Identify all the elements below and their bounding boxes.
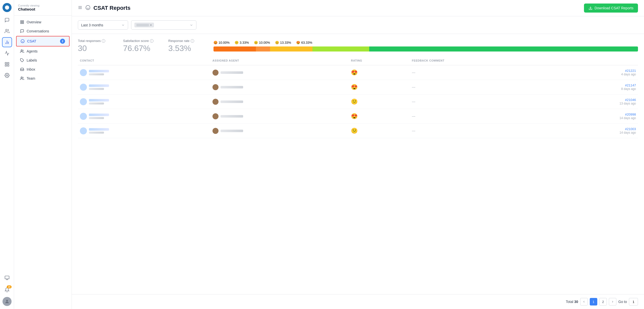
chevron-down-icon — [121, 23, 125, 27]
satisfaction-score-block: Satisfaction score i 76.67% — [123, 39, 158, 53]
contact-cell — [78, 124, 210, 138]
conversation-link-cell: #20998 14 days ago — [556, 109, 638, 124]
contacts-icon-btn[interactable] — [2, 26, 12, 36]
svg-point-9 — [6, 75, 8, 76]
feedback-cell: --- — [410, 124, 556, 138]
sidebar-item-label-labels: Labels — [27, 58, 37, 62]
sidebar-item-team[interactable]: Team — [16, 74, 70, 83]
sidebar-header: Currently viewing: Chatwoot — [14, 4, 72, 16]
integrations-icon-btn[interactable] — [2, 59, 12, 69]
conversation-link[interactable]: #21221 — [625, 69, 636, 73]
svg-point-27 — [86, 6, 90, 10]
download-button[interactable]: Download CSAT Reports — [584, 4, 638, 13]
svg-point-18 — [21, 39, 24, 43]
svg-rect-5 — [5, 63, 7, 64]
notifications-icon-btn[interactable]: 25 — [2, 285, 12, 295]
bar-segment — [369, 46, 638, 52]
response-rate-info[interactable]: i — [191, 39, 194, 43]
menu-icon[interactable] — [78, 5, 82, 11]
agent-tag-close[interactable]: × — [150, 23, 152, 27]
brand-name: Chatwoot — [18, 7, 68, 11]
sidebar-item-agents[interactable]: Agents — [16, 47, 70, 56]
settings-icon-btn[interactable] — [2, 70, 12, 80]
satisfaction-score-label: Satisfaction score i — [123, 39, 158, 43]
csat-badge: 2 — [60, 39, 65, 44]
total-label: Total 30 — [566, 300, 578, 304]
sidebar-item-labels[interactable]: Labels — [16, 56, 70, 65]
rating-label-😍: 😍 63.33% — [296, 41, 312, 44]
rating-label-😡: 😡 10.00% — [213, 41, 230, 44]
bar-segment — [312, 46, 369, 52]
device-icon-btn[interactable] — [2, 273, 12, 283]
page-2-button[interactable]: 2 — [599, 298, 607, 305]
conversation-time: 13 days ago — [620, 102, 636, 105]
svg-rect-10 — [5, 276, 9, 279]
date-range-value: Last 3 months — [81, 23, 103, 27]
conversation-link[interactable]: #20998 — [625, 113, 636, 116]
sidebar-item-label-agents: Agents — [27, 49, 38, 53]
conversation-link[interactable]: #21046 — [625, 98, 636, 102]
sidebar-item-csat[interactable]: CSAT 2 — [16, 36, 70, 46]
csat-icon — [21, 39, 25, 43]
satisfaction-score-info[interactable]: i — [150, 39, 153, 43]
conversation-time: 14 days ago — [620, 116, 636, 120]
conversation-time: 8 days ago — [621, 87, 636, 91]
conversation-time: 14 days ago — [620, 131, 636, 134]
user-avatar[interactable] — [3, 297, 12, 306]
agent-tag-text — [136, 24, 149, 26]
conversations-icon-btn[interactable] — [2, 15, 12, 25]
rating-cell: 😕 — [349, 124, 410, 138]
next-page-button[interactable] — [609, 298, 616, 305]
sidebar-item-overview[interactable]: Overview — [16, 18, 70, 26]
prev-page-button[interactable] — [580, 298, 588, 305]
icon-bar: 25 — [0, 0, 14, 309]
agent-cell — [210, 124, 349, 138]
sidebar-item-inbox[interactable]: Inbox — [16, 65, 70, 74]
currently-viewing-label: Currently viewing: — [18, 4, 68, 7]
response-rate-value: 3.53% — [168, 44, 203, 53]
download-button-label: Download CSAT Reports — [595, 6, 633, 10]
svg-rect-14 — [21, 21, 22, 22]
reports-icon-btn[interactable] — [2, 37, 12, 47]
agent-cell — [210, 94, 349, 109]
goto-input[interactable] — [629, 298, 638, 305]
agent-cell — [210, 109, 349, 124]
table-row: 😍--- #21147 8 days ago — [78, 80, 638, 94]
svg-point-0 — [5, 6, 9, 10]
total-responses-block: Total responses i 30 — [78, 39, 113, 53]
pagination: Total 30 1 2 Go to — [72, 294, 644, 309]
col-conv — [556, 56, 638, 65]
agent-cell — [210, 80, 349, 94]
conversation-link[interactable]: #21003 — [625, 127, 636, 131]
logo-button[interactable] — [3, 3, 12, 12]
feedback-cell: --- — [410, 80, 556, 94]
table-area: CONTACT ASSIGNED AGENT RATING FEEDBACK C… — [72, 56, 644, 294]
total-responses-info[interactable]: i — [102, 39, 105, 43]
stats-row: Total responses i 30 Satisfaction score … — [72, 34, 644, 56]
svg-rect-8 — [5, 65, 7, 66]
inbox-icon — [20, 67, 24, 71]
svg-rect-15 — [22, 21, 24, 22]
contact-cell — [78, 94, 210, 109]
rating-cell: 😍 — [349, 109, 410, 124]
ratings-block: 😡 10.00%😕 3.33%😐 10.00%😊 13.33%😍 63.33% — [213, 41, 638, 52]
page-1-button[interactable]: 1 — [590, 298, 597, 305]
total-responses-value: 30 — [78, 44, 113, 53]
sidebar-item-conversations[interactable]: Conversations — [16, 27, 70, 35]
labels-icon — [20, 58, 24, 62]
campaigns-icon-btn[interactable] — [2, 48, 12, 58]
overview-icon — [20, 20, 24, 24]
date-range-filter[interactable]: Last 3 months — [78, 20, 128, 30]
csat-table: CONTACT ASSIGNED AGENT RATING FEEDBACK C… — [78, 56, 638, 138]
conversation-link-cell: #21147 8 days ago — [556, 80, 638, 94]
agent-filter[interactable]: × — [131, 20, 196, 30]
table-row: 😕--- #21046 13 days ago — [78, 94, 638, 109]
main-content: CSAT Reports Download CSAT Reports Last … — [72, 0, 644, 309]
rating-cell: 😍 — [349, 65, 410, 80]
svg-rect-17 — [21, 22, 22, 24]
smiley-icon — [85, 5, 90, 11]
response-rate-block: Response rate i 3.53% — [168, 39, 203, 53]
conversation-link[interactable]: #21147 — [625, 83, 636, 87]
col-rating: RATING — [349, 56, 410, 65]
agents-icon — [20, 49, 24, 53]
